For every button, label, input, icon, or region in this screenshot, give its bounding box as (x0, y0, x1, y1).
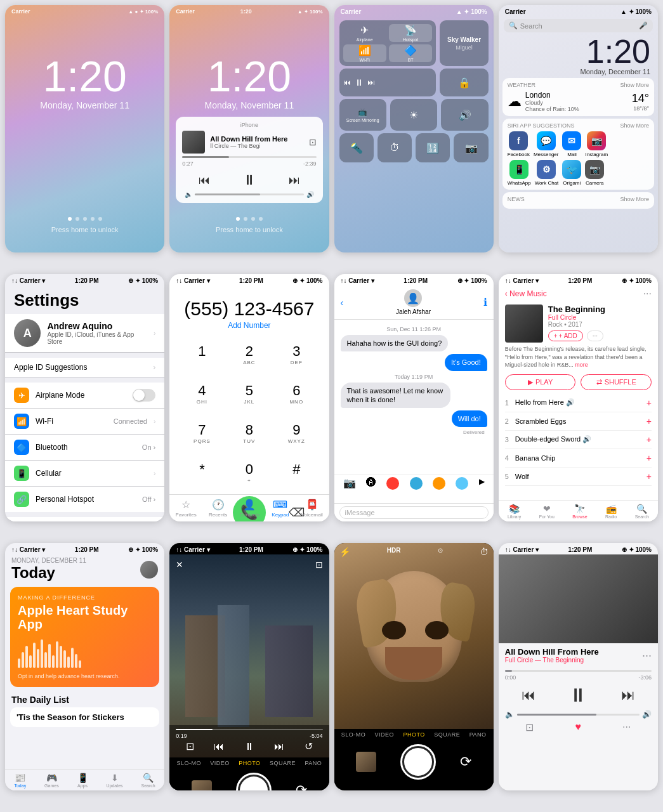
mode-square[interactable]: SQUARE (270, 760, 296, 766)
today-feature-card[interactable]: MAKING A DIFFERENCE Apple Heart Study Ap… (10, 587, 159, 687)
desc-more[interactable]: more (575, 362, 588, 368)
tab-today-active[interactable]: 📰Today (14, 773, 26, 788)
app-facebook[interactable]: f Facebook (508, 131, 530, 157)
camera-shutter-btn[interactable] (400, 744, 436, 780)
app-camera[interactable]: 📷 Camera (585, 160, 604, 186)
tab-library[interactable]: 📚Library (508, 504, 521, 519)
tab-voicemail[interactable]: 📮Voicemail (301, 499, 323, 518)
tab-radio[interactable]: 📻Radio (605, 504, 617, 519)
mp-progress-bar[interactable] (505, 670, 652, 672)
dialer-key-7[interactable]: 7PQRS (183, 416, 220, 450)
timer-tile[interactable]: ⏱ (377, 133, 412, 162)
track-4[interactable]: 4 Banana Chip + (505, 449, 652, 468)
mode-pano[interactable]: PANO (305, 760, 322, 766)
track-plus-3[interactable]: + (647, 435, 652, 445)
app-instagram[interactable]: 📷 Instagram (585, 131, 608, 157)
flip-camera-btn[interactable]: ⟳ (296, 782, 307, 790)
orientation-tile[interactable]: 🔒 (440, 69, 488, 96)
next-btn[interactable]: ⏭ (289, 174, 300, 187)
bluetooth-tile[interactable]: 🔷 BT (389, 44, 432, 62)
music-options-icon[interactable]: ··· (643, 288, 652, 299)
shutter-button[interactable] (236, 773, 272, 790)
cc-music-tile[interactable]: ⏮ ⏸ ⏭ (339, 69, 437, 96)
settings-profile[interactable]: A Andrew Aquino Apple ID, iCloud, iTunes… (5, 314, 164, 353)
cam-mode-slomo[interactable]: SLO-MO (341, 731, 366, 738)
flashlight-tile[interactable]: 🔦 (339, 133, 374, 162)
dialer-key-5[interactable]: 5JKL (231, 377, 268, 411)
track-5[interactable]: 5 Wolf + (505, 468, 652, 486)
mp-prev-btn[interactable]: ⏮ (522, 687, 535, 704)
cellular-row[interactable]: 📱 Cellular › (5, 461, 164, 487)
app-whatsapp[interactable]: 📱 WhatsApp (508, 160, 531, 186)
mp-airplay-icon[interactable]: ⊡ (525, 721, 534, 733)
wifi-row[interactable]: 📶 Wi-Fi Connected › (5, 409, 164, 435)
airplay-video-icon[interactable]: ⊡ (315, 560, 323, 570)
dialer-key-3[interactable]: 3DEF (278, 337, 315, 372)
play-btn-music[interactable]: ▶ PLAY (505, 374, 576, 390)
tab-recents[interactable]: 🕐Recents (209, 499, 227, 518)
mp-next-btn[interactable]: ⏭ (621, 687, 635, 704)
cam-mode-video[interactable]: VIDEO (375, 731, 395, 738)
hotspot-tile[interactable]: 📡 Hotspot (389, 24, 432, 42)
message-input[interactable]: iMessage (339, 506, 489, 519)
app-mail[interactable]: ✉ Mail (562, 131, 581, 157)
info-btn-messages[interactable]: ℹ (483, 296, 487, 308)
dialer-key-1[interactable]: 1 (183, 337, 220, 372)
mode-video[interactable]: VIDEO (210, 760, 230, 766)
track-plus-1[interactable]: + (647, 398, 652, 408)
tab-contacts[interactable]: 👤Contacts (240, 499, 260, 518)
video-next-icon[interactable]: ⏭ (274, 741, 284, 752)
tab-updates[interactable]: ⬇Updates (107, 773, 123, 788)
wifi-tile[interactable]: 📶 Wi-Fi (343, 44, 386, 62)
heart-icon[interactable] (386, 477, 399, 490)
cam-mode-square[interactable]: SQUARE (434, 731, 460, 738)
tab-games[interactable]: 🎮Games (44, 773, 59, 788)
tab-favorites[interactable]: ☆Favorites (176, 499, 197, 518)
tab-search-store[interactable]: 🔍Search (141, 773, 155, 788)
mp-vol-bar[interactable] (517, 714, 640, 716)
last-photo-thumb[interactable] (192, 780, 212, 790)
search-bar[interactable]: 🔍 Search 🎤 (504, 19, 653, 32)
app-messenger[interactable]: 💬 Messenger (534, 131, 559, 157)
dialer-key-6[interactable]: 6MNO (278, 377, 315, 411)
volume-tile[interactable]: 🔊 (441, 99, 488, 131)
video-progress[interactable] (176, 729, 322, 730)
news-show-more[interactable]: Show More (620, 196, 649, 202)
tab-apps[interactable]: 📱Apps (77, 773, 88, 788)
weather-show-more[interactable]: Show More (620, 82, 649, 88)
camera-msg-icon[interactable]: 📷 (343, 477, 356, 490)
live-icon[interactable]: ⊙ (438, 547, 443, 557)
more-msg-icon[interactable]: ▶ (479, 477, 485, 490)
bluetooth-row[interactable]: 🔷 Bluetooth On › (5, 435, 164, 461)
app-workchat[interactable]: ⚙ Work Chat (535, 160, 559, 186)
shuffle-btn-music[interactable]: ⇄ SHUFFLE (581, 374, 652, 390)
video-play-icon[interactable]: ⏸ (244, 741, 254, 752)
calculator-tile[interactable]: 🔢 (416, 133, 450, 162)
mp-heart-icon[interactable]: ♥ (575, 721, 581, 733)
tab-search-music[interactable]: 🔍Search (635, 504, 649, 519)
timer-cam-icon[interactable]: ⏱ (480, 547, 489, 557)
app-origami[interactable]: 🐦 Origami (562, 160, 581, 186)
siri-show-more[interactable]: Show More (620, 122, 649, 129)
notifications-row[interactable]: 🔔 Notifications › (5, 517, 164, 521)
flash-icon[interactable]: ⚡ (339, 547, 350, 557)
daily-list-item[interactable]: 'Tis the Season for Stickers (10, 707, 159, 727)
track-plus-5[interactable]: + (647, 471, 652, 481)
music-back-btn[interactable]: ‹ New Music (505, 289, 547, 298)
track-2[interactable]: 2 Scrambled Eggs + (505, 412, 652, 431)
apple-id-suggestions[interactable]: Apple ID Suggestions › (5, 358, 164, 377)
music-msg-icon[interactable] (433, 477, 445, 490)
mp-more-icon[interactable]: ··· (622, 721, 631, 733)
tab-for-you[interactable]: ❤For You (539, 504, 555, 519)
screen-mirror-tile[interactable]: 📺 Screen Mirroring (339, 99, 386, 131)
dialer-key-0[interactable]: 0+ (231, 455, 268, 490)
appstore-msg-icon[interactable]: 🅐 (366, 477, 376, 490)
track-plus-4[interactable]: + (647, 453, 652, 463)
camera-tile[interactable]: 📷 (454, 133, 488, 162)
play-pause-btn[interactable]: ⏸ (242, 172, 256, 188)
airplay-icon[interactable]: ⊡ (309, 137, 317, 147)
pay-icon[interactable] (456, 477, 468, 490)
camera-thumbnail[interactable] (356, 752, 376, 772)
dialer-key-hash[interactable]: # (278, 455, 315, 490)
back-btn-messages[interactable]: ‹ (341, 298, 344, 308)
